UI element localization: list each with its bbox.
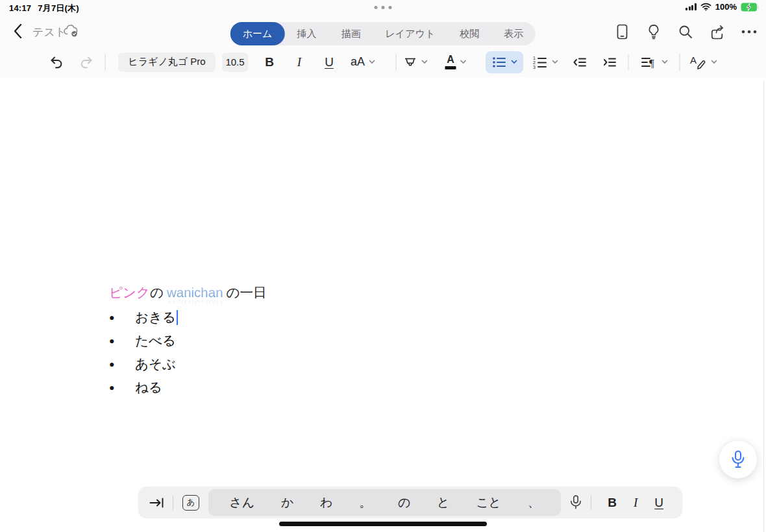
status-bar: 14:177月7日(木) 100% [0, 0, 766, 16]
bullet-list-icon [491, 54, 507, 70]
title-suffix-text: の一日 [227, 285, 267, 300]
italic-button[interactable]: I [634, 496, 637, 510]
suggestion-strip: さん か わ 。 の と こと 、 [208, 489, 561, 516]
wifi-icon [700, 3, 711, 11]
svg-text:A: A [690, 54, 697, 66]
tab-insert[interactable]: 挿入 [284, 22, 328, 45]
text-size-case-button[interactable]: aA [351, 47, 375, 77]
italic-button[interactable]: I [297, 47, 301, 77]
outdent-button[interactable] [572, 47, 587, 77]
redo-button[interactable] [79, 47, 94, 77]
undo-button[interactable] [49, 47, 64, 77]
bullet-marker: ● [109, 335, 135, 346]
suggestion[interactable]: 。 [355, 494, 375, 511]
toolbar-divider [680, 47, 680, 77]
document-title[interactable]: テスト [32, 25, 66, 40]
cloud-saved-icon[interactable] [63, 24, 80, 38]
list-item[interactable]: ●ねる [109, 376, 178, 399]
bold-button[interactable]: B [608, 496, 617, 510]
status-date: 7月7日(木) [38, 3, 79, 13]
suggestion[interactable]: の [394, 494, 414, 511]
indent-button[interactable] [602, 47, 617, 77]
svg-text:¶: ¶ [649, 56, 654, 69]
toolbar-divider [396, 47, 397, 77]
keyboard-accessory-bar: あ さん か わ 。 の と こと 、 B I U [138, 487, 682, 518]
home-indicator[interactable] [279, 522, 487, 526]
document-title-line[interactable]: ピンクのwanichanwanichanの一日 [109, 284, 267, 302]
list-item[interactable]: ●たべる [109, 329, 178, 352]
font-size-picker[interactable]: 10.5 [222, 47, 248, 77]
chevron-down-icon [661, 60, 668, 64]
svg-text:2: 2 [533, 60, 536, 65]
chevron-down-icon [460, 60, 467, 64]
toolbar-divider [105, 47, 106, 77]
cellular-signal-icon [686, 3, 697, 10]
font-color-icon: A [445, 54, 456, 69]
back-button[interactable] [9, 23, 26, 40]
link-text: wanichan [167, 285, 223, 300]
ribbon-tabs: ホーム 挿入 描画 レイアウト 校閲 表示 [230, 22, 536, 45]
paragraph-format-icon: ¶ [641, 55, 658, 69]
suggestion[interactable]: 、 [524, 494, 544, 511]
chevron-down-icon [511, 60, 517, 64]
nav-bar: テスト ホーム 挿入 描画 レイアウト 校閲 表示 [0, 16, 766, 47]
suggestion[interactable]: さん [225, 494, 258, 511]
numbered-list-button[interactable]: 1 2 3 [532, 47, 558, 77]
tab-view[interactable]: 表示 [491, 22, 536, 45]
bulleted-list[interactable]: ●おきる ●たべる ●あそぶ ●ねる [109, 306, 178, 399]
svg-text:1: 1 [533, 56, 536, 60]
tab-key-button[interactable] [149, 496, 165, 510]
highlighter-button[interactable] [403, 47, 428, 77]
share-icon[interactable] [710, 24, 725, 40]
status-indicators: 100% [686, 2, 760, 12]
dictation-fab[interactable] [719, 440, 758, 479]
font-color-button[interactable]: A [445, 47, 467, 77]
chevron-down-icon [421, 60, 428, 64]
list-item[interactable]: ●あそぶ [109, 352, 178, 376]
tab-home[interactable]: ホーム [230, 22, 285, 45]
microphone-icon [730, 450, 746, 468]
document-canvas[interactable]: ピンクのwanichanwanichanの一日 ●おきる ●たべる ●あそぶ ●… [0, 77, 766, 532]
clock-date: 14:177月7日(木) [9, 3, 79, 14]
numbered-list-icon: 1 2 3 [532, 54, 548, 70]
tab-layout[interactable]: レイアウト [373, 22, 447, 45]
suggestion[interactable]: か [277, 494, 297, 511]
search-icon[interactable] [678, 24, 693, 40]
battery-percent: 100% [715, 2, 737, 12]
svg-text:3: 3 [533, 65, 536, 69]
tab-review[interactable]: 校閲 [447, 22, 491, 45]
bullet-marker: ● [109, 359, 135, 369]
bullet-list-button[interactable] [486, 47, 523, 77]
microphone-icon [570, 495, 582, 511]
underline-button[interactable]: U [654, 496, 663, 510]
connector-text: の [150, 285, 164, 300]
style-pen-icon: A [690, 54, 707, 70]
tab-draw[interactable]: 描画 [328, 22, 373, 45]
suggestion[interactable]: と [433, 494, 453, 511]
top-chrome: 14:177月7日(木) 100% [0, 0, 766, 78]
scrollbar-track[interactable] [763, 81, 765, 532]
list-item[interactable]: ●おきる [109, 306, 178, 329]
mobile-view-icon[interactable] [614, 24, 630, 40]
dictation-mic-button[interactable] [570, 495, 582, 511]
chevron-down-icon [552, 60, 558, 64]
lightbulb-icon[interactable] [646, 24, 661, 40]
multitask-dots-icon[interactable] [375, 6, 392, 9]
style-pen-button[interactable]: A [690, 47, 717, 77]
toolbar-divider [628, 47, 629, 77]
text-caret [177, 310, 179, 325]
chevron-down-icon [369, 60, 375, 64]
reflected-text-effect: wanichanwanichan [167, 285, 223, 300]
bullet-marker: ● [109, 312, 135, 322]
pink-text: ピンク [109, 285, 150, 300]
bold-button[interactable]: B [265, 47, 274, 77]
status-time: 14:17 [9, 3, 31, 13]
suggestion[interactable]: わ [316, 494, 336, 511]
battery-charging-icon [741, 3, 760, 12]
more-ellipsis-icon[interactable] [741, 24, 757, 40]
underline-button[interactable]: U [325, 47, 334, 77]
suggestion[interactable]: こと [472, 494, 505, 511]
paragraph-format-button[interactable]: ¶ [641, 47, 668, 77]
font-name-picker[interactable]: ヒラギノ丸ゴ Pro [118, 47, 216, 77]
kana-mode-button[interactable]: あ [182, 495, 199, 511]
